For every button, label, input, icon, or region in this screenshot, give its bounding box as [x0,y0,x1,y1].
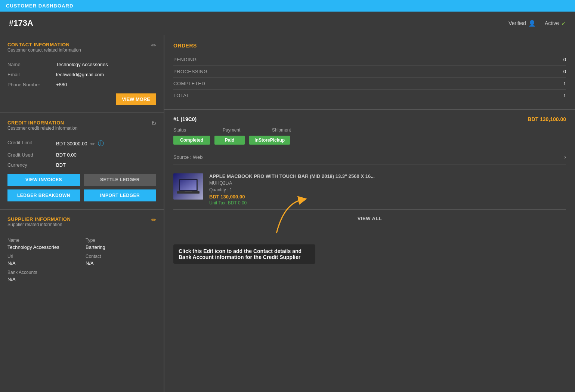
shipment-badge: InStorePickup [249,136,290,145]
supplier-url-label: Url [7,254,78,259]
bank-accounts-label: Bank Accounts [7,270,156,275]
processing-value: 0 [563,69,566,74]
supplier-subtitle: Supplier related information [7,222,71,227]
total-label: TOTAL [173,93,189,98]
completed-row: COMPLETED 1 [173,78,566,90]
pending-row: PENDING 0 [173,54,566,66]
credit-subtitle: Customer credit related information [7,126,77,131]
total-value: 1 [563,93,566,98]
main-content: CONTACT INFORMATION Customer contact rel… [0,35,575,392]
supplier-contact-value: N/A [86,260,156,266]
supplier-type-value: Bartering [86,244,156,250]
svg-rect-2 [180,180,197,190]
view-more-button[interactable]: VIEW MORE [116,93,156,105]
credit-used-label: Credit Used [7,152,56,158]
source-text: Source : Web [173,154,203,160]
supplier-type-label: Type [86,238,156,243]
active-badge: Active ✓ [545,20,566,27]
view-more-container: VIEW MORE [7,90,156,105]
processing-row: PROCESSING 0 [173,66,566,78]
annotation-area: Click this Edit icon to add the Contact … [164,233,575,271]
contact-email-row: Email techworld@gmail.com [7,70,156,80]
contact-subtitle: Customer contact related information [7,47,81,53]
name-label: Name [7,62,56,67]
currency-value: BDT [56,162,66,168]
supplier-info: SUPPLIER INFORMATION Supplier related in… [7,216,71,232]
annotation-arrow-svg [269,196,314,241]
contact-header: CONTACT INFORMATION Customer contact rel… [7,42,156,58]
verified-icon: 👤 [528,20,536,27]
verified-badge: Verified 👤 [508,20,536,27]
credit-used-row: Credit Used BDT 0.00 [7,150,156,160]
ledger-breakdown-button[interactable]: LEDGER BREAKDOWN [7,189,80,201]
active-label: Active [545,20,559,26]
credit-header: CREDIT INFORMATION Customer credit relat… [7,120,156,136]
status-labels-row: Status Payment Shipment [173,127,566,133]
order-card: #1 (19C0) BDT 130,100.00 Status Payment … [164,109,575,233]
product-tax: Unit Tax: BDT 0.00 [209,200,566,206]
app-title: CUSTOMER DASHBOARD [6,3,73,9]
active-icon: ✓ [561,20,566,27]
product-image [173,173,203,200]
supplier-name-value: Technology Accessories [7,244,78,250]
view-invoices-button[interactable]: VIEW INVOICES [7,174,80,186]
orders-section: ORDERS PENDING 0 PROCESSING 0 COMPLETED … [164,35,575,109]
supplier-contact-col: Contact N/A [86,250,156,266]
right-panel: ORDERS PENDING 0 PROCESSING 0 COMPLETED … [164,35,575,392]
credit-section: CREDIT INFORMATION Customer credit relat… [0,113,164,210]
supplier-url-col: Url N/A [7,250,78,266]
payment-label: Payment [223,127,268,133]
top-bar: CUSTOMER DASHBOARD [0,0,575,12]
contact-section: CONTACT INFORMATION Customer contact rel… [0,35,164,113]
view-all-button[interactable]: VIEW ALL [173,209,566,227]
order-card-header: #1 (19C0) BDT 130,100.00 [173,116,566,122]
chevron-right-icon[interactable]: › [564,154,566,160]
supplier-name-label: Name [7,238,78,243]
bank-accounts-row: Bank Accounts N/A [7,270,156,282]
credit-btn-row1: VIEW INVOICES SETTLE LEDGER [7,174,156,186]
supplier-section: SUPPLIER INFORMATION Supplier related in… [0,210,164,290]
name-value: Technology Accessories [56,62,108,67]
verified-label: Verified [508,20,526,26]
product-row: APPLE MACBOOK PRO WITH TOUCH BAR (MID 20… [173,170,566,209]
product-info: APPLE MACBOOK PRO WITH TOUCH BAR (MID 20… [209,173,566,206]
supplier-url-value: N/A [7,260,78,266]
laptop-svg [177,177,200,196]
credit-used-value: BDT 0.00 [56,152,77,158]
email-label: Email [7,72,56,77]
supplier-type-col: Type Bartering [86,234,156,250]
settle-ledger-button[interactable]: SETTLE LEDGER [84,174,156,186]
source-row[interactable]: Source : Web › [173,150,566,164]
email-value: techworld@gmail.com [56,72,104,77]
product-qty: Quantity : 1 [209,187,566,192]
total-row: TOTAL 1 [173,90,566,101]
product-name: APPLE MACBOOK PRO WITH TOUCH BAR (MID 20… [209,173,566,179]
info-circle-icon[interactable]: ⓘ [98,140,104,148]
customer-id: #173A [9,18,33,28]
edit-credit-icon[interactable]: ✏ [90,141,95,147]
payment-badge: Paid [214,136,245,145]
status-badge: Completed [173,136,210,145]
phone-label: Phone Number [7,82,56,87]
status-badges-row: Completed Paid InStorePickup [173,136,566,145]
currency-row: Currency BDT [7,160,156,170]
contact-title: CONTACT INFORMATION [7,42,81,47]
contact-name-row: Name Technology Accessories [7,59,156,70]
annotation-text: Click this Edit icon to add the Contact … [173,244,315,264]
import-ledger-button[interactable]: IMPORT LEDGER [84,189,156,201]
bank-accounts-value: N/A [7,277,156,282]
header-row: #173A Verified 👤 Active ✓ [0,12,575,35]
credit-limit-row: Credit Limit BDT 30000.00 ✏ ⓘ [7,138,156,150]
order-number: #1 (19C0) [173,116,197,122]
pending-label: PENDING [173,57,197,62]
refresh-icon[interactable]: ↻ [151,120,156,127]
processing-label: PROCESSING [173,69,208,74]
supplier-edit-icon[interactable]: ✏ [151,216,156,223]
contact-info: CONTACT INFORMATION Customer contact rel… [7,42,81,58]
credit-info: CREDIT INFORMATION Customer credit relat… [7,120,77,136]
contact-edit-icon[interactable]: ✏ [151,42,156,49]
product-sku: MUHQ2L/A [209,180,566,186]
order-amount: BDT 130,100.00 [528,116,566,122]
completed-label: COMPLETED [173,81,205,86]
svg-rect-4 [185,191,192,192]
